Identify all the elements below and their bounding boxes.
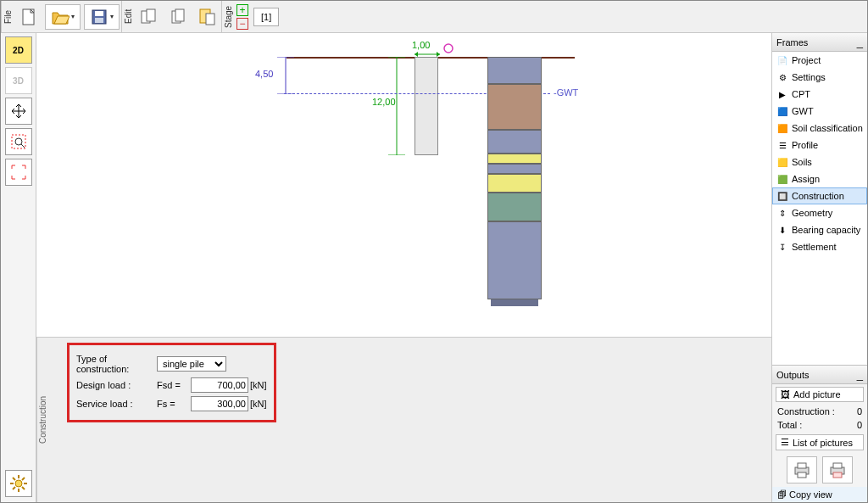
svg-point-23 [444,44,453,53]
frame-item-settlement[interactable]: ↧Settlement [772,238,867,255]
construction-icon: 🔲 [776,190,788,202]
frame-item-bearing-capacity[interactable]: ⬇Bearing capacity [772,221,867,238]
view-3d-button[interactable]: 3D [5,67,32,94]
svg-rect-31 [798,463,806,468]
frame-item-soils[interactable]: 🟨Soils [772,154,867,170]
design-load-label: Design load : [76,380,157,390]
svg-line-19 [22,487,25,489]
soil-layer [487,154,542,164]
outputs-header: Outputs _ [772,366,867,384]
copy-stack-icon [140,8,159,26]
move-arrows-icon [10,103,27,120]
remove-stage-button[interactable]: − [236,18,248,30]
frame-item-label: Assign [792,174,820,184]
zoom-selection-button[interactable] [5,128,32,155]
fit-view-button[interactable] [5,159,32,186]
frame-item-label: Bearing capacity [792,225,860,235]
service-load-input[interactable] [191,396,248,411]
new-file-button[interactable] [16,4,42,30]
frame-item-soil-classification[interactable]: 🟧Soil classification [772,120,867,137]
main-area: 2D 3D 1,00 12,00 [1,33,867,502]
zoom-select-icon [10,133,27,150]
file-group-label: File [1,1,14,32]
folder-open-icon [51,8,70,25]
profile-icon: ☰ [776,139,788,151]
frame-item-label: Soils [792,157,812,167]
copy-button[interactable] [165,4,191,30]
stage-group-label: Stage [221,1,235,32]
collapse-frames-button[interactable]: _ [857,36,863,48]
type-select[interactable]: single pile [157,356,226,372]
pan-button[interactable] [5,98,32,125]
svg-rect-32 [798,472,806,478]
add-stage-button[interactable]: + [236,4,248,16]
canvas-column: 1,00 12,00 4,50 -GWT [36,33,771,502]
view-2d-button[interactable]: 2D [5,36,32,64]
svg-point-11 [15,138,22,145]
soil-layer [487,57,542,84]
gear-icon [9,474,28,493]
service-load-label: Service load : [76,399,157,409]
add-picture-button[interactable]: 🖼 Add picture [776,387,864,402]
frame-item-label: Construction [792,191,844,201]
collapse-outputs-button[interactable]: _ [857,368,863,381]
printer-color-icon [828,461,847,478]
frame-item-label: Settings [792,72,826,82]
frame-item-settings[interactable]: ⚙Settings [772,69,867,86]
svg-rect-7 [175,9,184,21]
list-icon: ☰ [781,437,789,448]
list-pictures-button[interactable]: ☰ List of pictures [776,434,864,450]
frame-item-assign[interactable]: 🟩Assign [772,170,867,187]
frame-item-label: GWT [792,106,814,116]
frame-item-label: Profile [792,140,818,150]
assign-icon: 🟩 [776,173,788,185]
frames-header: Frames _ [772,33,867,52]
save-file-button[interactable] [84,4,120,30]
bearing-capacity-icon: ⬇ [776,224,788,236]
drawing-canvas[interactable]: 1,00 12,00 4,50 -GWT [36,33,771,337]
bottom-tab-label: Construction [36,338,48,502]
frame-item-label: Settlement [792,242,837,252]
frame-item-profile[interactable]: ☰Profile [772,137,867,154]
frame-item-gwt[interactable]: 🟦GWT [772,103,867,120]
soil-classification-icon: 🟧 [776,122,788,134]
settings-icon: ⚙ [776,71,788,83]
frame-item-project[interactable]: 📄Project [772,52,867,69]
frame-item-cpt[interactable]: ▶CPT [772,86,867,103]
soil-layer [487,193,542,221]
frame-item-construction[interactable]: 🔲Construction [772,187,867,204]
soil-layer [487,174,542,193]
settlement-icon: ↧ [776,241,788,253]
floppy-icon [90,8,108,25]
service-var: Fs = [157,399,191,409]
print-button[interactable] [787,456,817,483]
design-load-input[interactable] [191,377,248,393]
gwt-icon: 🟦 [776,105,788,117]
dim-water-label: 4,50 [255,69,273,79]
open-file-button[interactable] [45,4,81,30]
cpt-icon: ▶ [776,88,788,100]
frames-list: 📄Project⚙Settings▶CPT🟦GWT🟧Soil classific… [772,52,867,365]
undo-button[interactable] [136,4,162,30]
copy-view-icon: 🗐 [777,489,787,500]
dim-top-label: 1,00 [412,40,430,50]
picture-plus-icon: 🖼 [781,389,790,400]
printer-icon [793,461,811,478]
stage-tab-1[interactable]: [1] [253,8,279,26]
frame-item-geometry[interactable]: ⇕Geometry [772,204,867,221]
fit-corners-icon [10,164,27,181]
left-toolbar: 2D 3D [1,33,36,502]
design-var: Fsd = [157,380,191,390]
copy-view-button[interactable]: 🗐 Copy view [772,487,867,502]
pile-shape [415,57,438,155]
paste-button[interactable] [194,4,220,30]
svg-line-21 [22,478,25,480]
frame-item-label: Soil classification [792,123,863,133]
frame-item-label: Geometry [792,208,832,218]
svg-rect-2 [95,11,103,16]
settings-button[interactable] [5,470,32,497]
type-label: Type of construction: [76,354,157,374]
right-panel: Frames _ 📄Project⚙Settings▶CPT🟦GWT🟧Soil … [771,33,867,502]
print-color-button[interactable] [822,456,853,483]
svg-rect-5 [147,9,155,21]
